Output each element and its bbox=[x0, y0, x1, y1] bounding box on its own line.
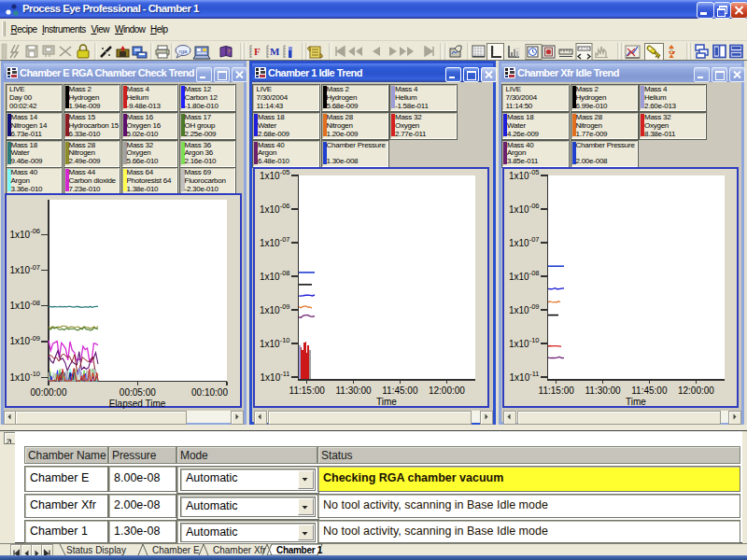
svg-text:1x10-06: 1x10-06 bbox=[9, 227, 40, 239]
svg-text:11:15:00: 11:15:00 bbox=[539, 385, 575, 396]
svg-text:M: M bbox=[270, 46, 280, 57]
svg-text:Chamber E: Chamber E bbox=[152, 545, 200, 555]
svg-text:1x10-09: 1x10-09 bbox=[260, 302, 290, 315]
svg-text:1x10-10: 1x10-10 bbox=[509, 336, 540, 349]
svg-text:1x10-08: 1x10-08 bbox=[509, 269, 540, 282]
svg-text:F: F bbox=[254, 46, 261, 57]
svg-text:11:45:00: 11:45:00 bbox=[631, 385, 668, 396]
svg-text:Chamber 1: Chamber 1 bbox=[276, 545, 323, 555]
svg-text:1x10-09: 1x10-09 bbox=[9, 334, 40, 347]
svg-text:1x10-06: 1x10-06 bbox=[260, 202, 290, 215]
svg-text:12:00:00: 12:00:00 bbox=[429, 385, 465, 396]
svg-text:Elapsed Time: Elapsed Time bbox=[109, 399, 166, 409]
svg-text:1x10-05: 1x10-05 bbox=[260, 169, 290, 181]
svg-text:Time: Time bbox=[626, 397, 646, 407]
svg-text:12:00:00: 12:00:00 bbox=[678, 385, 714, 396]
svg-text:1x10-10: 1x10-10 bbox=[9, 370, 40, 383]
svg-text:1x10-06: 1x10-06 bbox=[509, 202, 540, 215]
svg-text:1x10-07: 1x10-07 bbox=[9, 263, 40, 276]
svg-text:rga: rga bbox=[179, 49, 188, 54]
svg-text:00:05:00: 00:05:00 bbox=[120, 387, 156, 398]
svg-text:1x10-08: 1x10-08 bbox=[260, 269, 290, 282]
svg-text:11:15:00: 11:15:00 bbox=[289, 385, 326, 396]
svg-text:1x10-09: 1x10-09 bbox=[509, 302, 540, 315]
svg-text:00:10:00: 00:10:00 bbox=[191, 387, 228, 398]
svg-text:1x10-05: 1x10-05 bbox=[509, 169, 540, 181]
svg-text:Chamber Xfr: Chamber Xfr bbox=[213, 545, 266, 555]
svg-text:1x10-07: 1x10-07 bbox=[509, 235, 540, 248]
svg-text:11:30:00: 11:30:00 bbox=[585, 385, 622, 396]
svg-text:1x10-11: 1x10-11 bbox=[261, 370, 290, 383]
svg-text:1x10-11: 1x10-11 bbox=[510, 370, 540, 383]
svg-text:?: ? bbox=[227, 48, 230, 55]
svg-text:00:00:00: 00:00:00 bbox=[31, 387, 67, 398]
svg-text:11:45:00: 11:45:00 bbox=[382, 385, 418, 396]
svg-text:Status Display: Status Display bbox=[66, 545, 126, 555]
svg-text:Time: Time bbox=[376, 397, 397, 407]
svg-text:1x10-08: 1x10-08 bbox=[9, 299, 40, 312]
svg-text:11:30:00: 11:30:00 bbox=[336, 385, 373, 396]
svg-text:1x10-10: 1x10-10 bbox=[260, 336, 290, 349]
svg-text:1x10-07: 1x10-07 bbox=[260, 235, 290, 248]
